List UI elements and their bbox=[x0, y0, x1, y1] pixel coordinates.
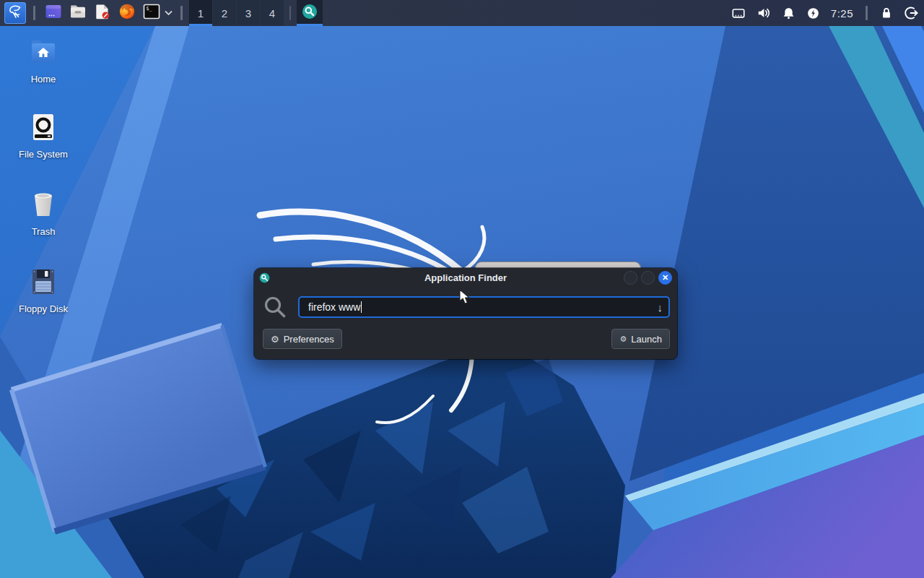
kali-logo-icon bbox=[6, 3, 24, 23]
panel-separator bbox=[866, 6, 868, 20]
chevron-down-icon bbox=[164, 7, 173, 20]
logout-icon[interactable] bbox=[904, 6, 918, 20]
terminal-dropdown-button[interactable] bbox=[164, 7, 173, 20]
lock-icon[interactable] bbox=[880, 7, 893, 20]
terminal-launcher[interactable]: $_ bbox=[141, 2, 162, 24]
kali-menu-button[interactable] bbox=[4, 2, 26, 24]
workspace-button-2[interactable]: 2 bbox=[212, 0, 236, 26]
floppy-disk-icon bbox=[6, 266, 81, 298]
web-browser-launcher[interactable] bbox=[116, 2, 138, 24]
maximize-button[interactable] bbox=[641, 271, 655, 285]
text-editor-launcher[interactable] bbox=[92, 2, 113, 24]
minimize-button[interactable] bbox=[624, 271, 637, 285]
app-finder-icon bbox=[301, 3, 318, 23]
combo-down-arrow-icon[interactable]: ↓ bbox=[658, 301, 663, 314]
search-icon bbox=[263, 295, 287, 319]
preferences-button[interactable]: ⚙ Preferences bbox=[263, 329, 342, 349]
titlebar[interactable]: Application Finder ✕ bbox=[254, 268, 677, 288]
launch-button[interactable]: ⚙ Launch bbox=[611, 329, 670, 349]
terminal-icon: $_ bbox=[142, 2, 161, 24]
mouse-cursor bbox=[459, 289, 474, 308]
folder-icon bbox=[69, 2, 87, 24]
volume-icon[interactable] bbox=[757, 6, 771, 20]
launch-button-label: Launch bbox=[631, 334, 662, 345]
desktop-icon-label: File System bbox=[6, 149, 81, 160]
document-edit-icon bbox=[93, 2, 112, 24]
desktop-icon-trash[interactable]: Trash bbox=[6, 189, 81, 237]
home-folder-icon bbox=[6, 36, 81, 68]
workspace-label: 2 bbox=[222, 7, 227, 20]
window-title: Application Finder bbox=[254, 272, 677, 283]
desktop-icon-label: Home bbox=[6, 74, 81, 85]
desktop-icon-file-system[interactable]: File System bbox=[6, 111, 81, 160]
gear-icon: ⚙ bbox=[271, 335, 279, 344]
search-input-value: firefox www bbox=[308, 301, 360, 313]
desktop-icon-home[interactable]: Home bbox=[6, 36, 81, 85]
desktop-icon-label: Trash bbox=[6, 226, 81, 237]
desktop: Home File System Trash bbox=[0, 26, 924, 578]
desktop-icon-floppy-disk[interactable]: Floppy Disk bbox=[6, 266, 81, 314]
preferences-button-label: Preferences bbox=[284, 334, 334, 345]
network-icon[interactable] bbox=[731, 6, 746, 20]
workspace-button-3[interactable]: 3 bbox=[236, 0, 260, 26]
workspace-button-1[interactable]: 1 bbox=[188, 0, 212, 26]
desktop-icon-label: Floppy Disk bbox=[6, 303, 81, 314]
notifications-icon[interactable] bbox=[782, 7, 796, 20]
workspace-label: 1 bbox=[198, 7, 204, 20]
workspace-label: 3 bbox=[245, 7, 251, 20]
workspace-button-4[interactable]: 4 bbox=[260, 0, 284, 26]
panel-separator bbox=[289, 6, 291, 20]
firefox-icon bbox=[118, 2, 136, 24]
search-input[interactable]: firefox www ↓ bbox=[298, 296, 670, 318]
close-button[interactable]: ✕ bbox=[658, 271, 672, 285]
launch-gear-icon: ⚙ bbox=[619, 335, 627, 343]
svg-text:$_: $_ bbox=[146, 6, 152, 12]
file-manager-launcher[interactable] bbox=[67, 2, 89, 24]
power-manager-icon[interactable] bbox=[806, 7, 820, 20]
trash-icon bbox=[6, 189, 81, 220]
filesystem-drive-icon bbox=[6, 111, 81, 143]
panel-separator bbox=[180, 6, 183, 20]
workspace-switcher: 1 2 3 4 bbox=[188, 0, 284, 26]
taskbar-app-finder-button[interactable] bbox=[297, 0, 323, 26]
application-finder-window: Application Finder ✕ firefox www bbox=[254, 268, 677, 359]
close-icon: ✕ bbox=[662, 274, 668, 282]
app-window-launcher[interactable] bbox=[43, 2, 64, 24]
top-panel: $_ 1 2 3 4 bbox=[0, 0, 924, 26]
panel-separator bbox=[33, 6, 35, 20]
purple-window-icon bbox=[44, 2, 63, 24]
text-caret bbox=[361, 301, 362, 313]
panel-clock[interactable]: 7:25 bbox=[831, 7, 853, 20]
workspace-label: 4 bbox=[269, 7, 275, 20]
